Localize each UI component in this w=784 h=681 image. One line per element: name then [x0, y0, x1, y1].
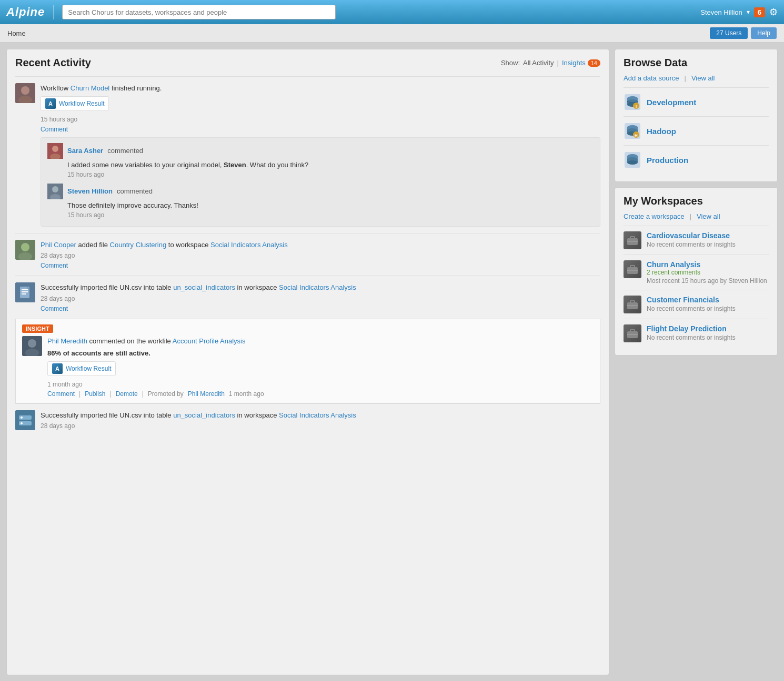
- text-mid2: to workspace: [168, 241, 210, 249]
- churn-model-link[interactable]: Churn Model: [71, 84, 109, 92]
- activity-item-file-import-2: Successfully imported file UN.csv into t…: [15, 403, 600, 439]
- avatar: [15, 282, 35, 302]
- activity-text: Phil Cooper added file Country Clusterin…: [41, 240, 600, 270]
- steven-comment-body: Those definitely improve accuracy. Thank…: [67, 201, 594, 209]
- phil-meredith-link[interactable]: Phil Meredith: [47, 337, 87, 345]
- workspace-info: Cardiovascular Disease No recent comment…: [647, 231, 736, 248]
- section-links: Create a workspace | View all: [624, 212, 769, 220]
- workflow-result-box[interactable]: A Workflow Result: [47, 361, 116, 376]
- briefcase-icon: [624, 260, 641, 278]
- sara-comment-body: I added some new variables to your origi…: [67, 161, 594, 169]
- sara-avatar: [47, 143, 63, 159]
- users-button[interactable]: 27 Users: [710, 27, 748, 39]
- country-clustering-link[interactable]: Country Clustering: [110, 241, 167, 249]
- comment-link[interactable]: Comment: [41, 305, 68, 312]
- bold-name: Steven: [224, 161, 246, 169]
- insights-link[interactable]: Insights 14: [562, 59, 600, 67]
- promoted-text: Promoted by: [148, 390, 184, 398]
- all-activity-link[interactable]: All Activity: [523, 59, 554, 67]
- view-all-sources-link[interactable]: View all: [691, 74, 715, 82]
- notification-badge[interactable]: 6: [754, 7, 765, 17]
- nav-divider: [53, 5, 54, 19]
- workspace-name[interactable]: Flight Delay Prediction: [647, 324, 736, 333]
- comment-entry-steven: Steven Hillion commented Those definitel…: [47, 184, 594, 219]
- user-dropdown-arrow[interactable]: ▾: [747, 8, 750, 16]
- activity-description: Workflow Churn Model finished running.: [41, 83, 600, 94]
- breadcrumb-bar: Home 27 Users Help: [0, 24, 784, 43]
- hadoop-name: Hadoop: [647, 127, 676, 136]
- view-all-workspaces-link[interactable]: View all: [697, 212, 720, 220]
- workflow-result-box[interactable]: A Workflow Result: [41, 96, 109, 111]
- workspace-info: Flight Delay Prediction No recent commen…: [647, 324, 736, 341]
- svg-text:!: !: [636, 104, 637, 109]
- section-links: Add a data source | View all: [624, 74, 769, 82]
- search-input[interactable]: [62, 5, 336, 19]
- alpine-icon: A: [52, 363, 63, 374]
- comment-header: Sara Asher commented: [47, 143, 594, 159]
- insight-banner: INSIGHT: [22, 324, 53, 333]
- commented-label: commented: [117, 187, 153, 195]
- gear-icon[interactable]: ⚙: [769, 6, 778, 18]
- sara-name[interactable]: Sara Asher: [67, 147, 103, 155]
- workspace-info: Churn Analysis 2 recent comments Most re…: [647, 260, 767, 284]
- comment-link[interactable]: Comment: [41, 126, 68, 133]
- workspace-name[interactable]: Cardiovascular Disease: [647, 231, 736, 240]
- workspace-customer-financials: Customer Financials No recent comments o…: [624, 290, 769, 319]
- app-logo: Alpine: [6, 5, 45, 19]
- activity-header: Successfully imported file UN.csv into t…: [15, 410, 600, 432]
- insight-body: 86% of accounts are still active.: [47, 348, 594, 359]
- un-social-link2[interactable]: un_social_indicators: [173, 411, 235, 419]
- activity-description: Phil Meredith commented on the workfile …: [47, 336, 594, 347]
- timestamp: 28 days ago: [41, 422, 600, 430]
- promoted-by-link[interactable]: Phil Meredith: [188, 390, 225, 398]
- text-mid: in workspace: [237, 411, 279, 419]
- browse-data-title: Browse Data: [624, 57, 769, 69]
- steven-name[interactable]: Steven Hillion: [67, 187, 113, 195]
- workflow-result-text: Workflow Result: [59, 100, 104, 107]
- social-indicators-link[interactable]: Social Indicators Analysis: [210, 241, 288, 249]
- text-mid: commented on the workfile: [89, 337, 173, 345]
- svg-point-10: [21, 243, 29, 251]
- activity-item-insight: INSIGHT Phil Meredith commented on the w…: [15, 319, 600, 403]
- svg-rect-21: [15, 410, 35, 430]
- workspace-meta: No recent comments or insights: [647, 334, 736, 341]
- svg-point-25: [21, 422, 23, 424]
- timestamp: 1 month ago: [47, 381, 594, 388]
- account-profile-link[interactable]: Account Profile Analysis: [173, 337, 246, 345]
- demote-action[interactable]: Demote: [116, 390, 138, 398]
- top-navigation: Alpine Steven Hillion ▾ 6 ⚙: [0, 0, 784, 24]
- user-name[interactable]: Steven Hillion: [700, 8, 742, 16]
- development-name: Development: [647, 98, 696, 107]
- my-workspaces-section: My Workspaces Create a workspace | View …: [615, 187, 778, 355]
- workspace-meta: No recent comments or insights: [647, 241, 736, 248]
- social-indicators-link2[interactable]: Social Indicators Analysis: [279, 283, 356, 291]
- timestamp: 28 days ago: [41, 295, 600, 302]
- social-indicators-link3[interactable]: Social Indicators Analysis: [279, 411, 356, 419]
- production-name: Production: [647, 156, 688, 165]
- data-source-development[interactable]: ! Development: [624, 87, 769, 116]
- comment-action[interactable]: Comment: [47, 390, 75, 398]
- left-header: Recent Activity Show: All Activity | Ins…: [15, 57, 600, 69]
- insight-banner-container: INSIGHT: [22, 324, 594, 336]
- un-social-link[interactable]: un_social_indicators: [173, 283, 235, 291]
- activity-item-churn-model: Workflow Churn Model finished running. A…: [15, 76, 600, 233]
- workspace-name[interactable]: Customer Financials: [647, 296, 736, 304]
- phil-cooper-link[interactable]: Phil Cooper: [41, 241, 76, 249]
- data-source-hadoop[interactable]: H Hadoop: [624, 116, 769, 145]
- text-mid: added file: [78, 241, 110, 249]
- text-prefix: Successfully imported file UN.csv into t…: [41, 283, 173, 291]
- briefcase-icon: [624, 296, 641, 313]
- comment-link[interactable]: Comment: [41, 262, 68, 269]
- text-prefix: Successfully imported file UN.csv into t…: [41, 411, 173, 419]
- publish-action[interactable]: Publish: [85, 390, 105, 398]
- create-workspace-link[interactable]: Create a workspace: [624, 212, 685, 220]
- workspace-info: Customer Financials No recent comments o…: [647, 296, 736, 312]
- browse-data-section: Browse Data Add a data source | View all: [615, 49, 778, 182]
- activity-description: Phil Cooper added file Country Clusterin…: [41, 240, 600, 250]
- add-data-source-link[interactable]: Add a data source: [624, 74, 679, 82]
- data-source-production[interactable]: Production: [624, 145, 769, 174]
- comment-entry-sara: Sara Asher commented I added some new va…: [47, 143, 594, 178]
- help-button[interactable]: Help: [751, 27, 777, 39]
- workspace-name[interactable]: Churn Analysis: [647, 260, 767, 269]
- svg-point-1: [21, 86, 29, 95]
